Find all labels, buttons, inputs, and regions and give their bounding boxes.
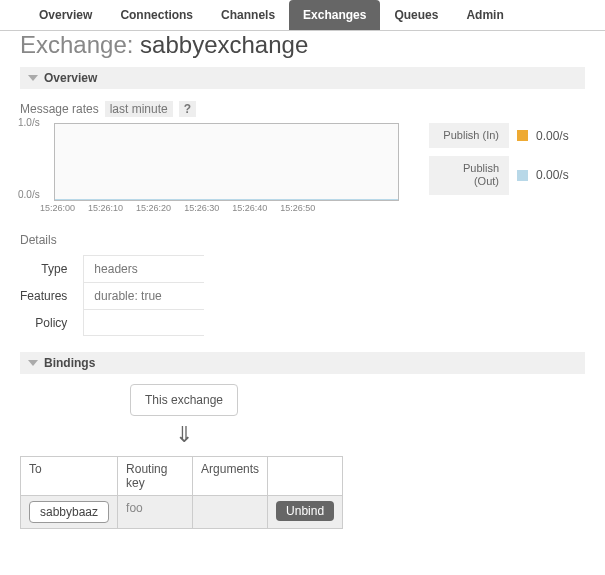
tab-admin[interactable]: Admin [452, 0, 517, 30]
legend-publish-out: Publish (Out) 0.00/s [429, 156, 569, 194]
details-features-value: durable: true [84, 283, 204, 310]
binding-arguments [193, 496, 268, 529]
details-table: Type headers Features durable: true Poli… [20, 255, 204, 336]
legend-swatch-blue [517, 170, 528, 181]
arrow-down-icon: ⇓ [175, 422, 193, 448]
table-row: sabbybaaz foo Unbind [21, 496, 343, 529]
bindings-th-arguments: Arguments [193, 457, 268, 496]
section-bindings-toggle[interactable]: Bindings [20, 352, 585, 374]
chevron-down-icon [28, 360, 38, 366]
bindings-table: To Routing key Arguments sabbybaaz foo U… [20, 456, 343, 529]
chevron-down-icon [28, 75, 38, 81]
section-overview-toggle[interactable]: Overview [20, 67, 585, 89]
tab-connections[interactable]: Connections [106, 0, 207, 30]
details-policy-value [84, 310, 204, 336]
xaxis-tick: 15:26:50 [280, 203, 315, 213]
details-type-label: Type [20, 256, 84, 283]
this-exchange-box: This exchange [130, 384, 238, 416]
details-heading: Details [20, 233, 585, 247]
rates-range-selector[interactable]: last minute [105, 101, 173, 117]
details-type-value: headers [84, 256, 204, 283]
chart-series-line [55, 199, 398, 200]
tab-exchanges[interactable]: Exchanges [289, 0, 380, 30]
chart-plot-area [54, 123, 399, 201]
legend-label: Publish (In) [429, 123, 509, 148]
legend-value: 0.00/s [536, 129, 569, 143]
section-overview-label: Overview [44, 71, 97, 85]
message-rate-chart: 1.0/s 0.0/s 15:26:00 15:26:10 15:26:20 1… [20, 123, 399, 213]
xaxis-ticks: 15:26:00 15:26:10 15:26:20 15:26:30 15:2… [40, 203, 399, 213]
chart-legend: Publish (In) 0.00/s Publish (Out) 0.00/s [429, 123, 569, 195]
xaxis-tick: 15:26:20 [136, 203, 171, 213]
rates-label: Message rates [20, 102, 99, 116]
details-features-label: Features [20, 283, 84, 310]
main-tabs: Overview Connections Channels Exchanges … [0, 0, 605, 31]
yaxis-max: 1.0/s [18, 117, 40, 128]
message-rates-row: Message rates last minute ? [20, 101, 585, 117]
legend-publish-in: Publish (In) 0.00/s [429, 123, 569, 148]
section-bindings-label: Bindings [44, 356, 95, 370]
tab-channels[interactable]: Channels [207, 0, 289, 30]
rates-help-icon[interactable]: ? [179, 101, 196, 117]
xaxis-tick: 15:26:10 [88, 203, 123, 213]
title-prefix: Exchange: [20, 31, 140, 58]
details-policy-label: Policy [20, 310, 84, 336]
page-title: Exchange: sabbyexchange [20, 31, 585, 59]
unbind-button[interactable]: Unbind [276, 501, 334, 521]
binding-destination-button[interactable]: sabbybaaz [29, 501, 109, 523]
legend-label: Publish (Out) [429, 156, 509, 194]
bindings-th-routing-key: Routing key [118, 457, 193, 496]
legend-value: 0.00/s [536, 168, 569, 182]
tab-overview[interactable]: Overview [25, 0, 106, 30]
yaxis-min: 0.0/s [18, 189, 40, 200]
bindings-th-action [268, 457, 343, 496]
title-name: sabbyexchange [140, 31, 308, 58]
xaxis-tick: 15:26:00 [40, 203, 75, 213]
legend-swatch-orange [517, 130, 528, 141]
bindings-th-to: To [21, 457, 118, 496]
xaxis-tick: 15:26:30 [184, 203, 219, 213]
tab-queues[interactable]: Queues [380, 0, 452, 30]
binding-routing-key: foo [118, 496, 193, 529]
xaxis-tick: 15:26:40 [232, 203, 267, 213]
